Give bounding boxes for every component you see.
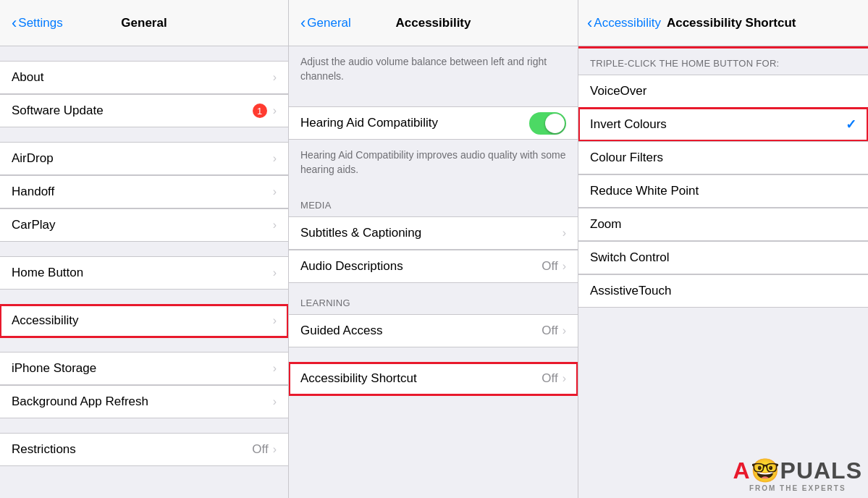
item-guided-access[interactable]: Guided Access Off › bbox=[289, 315, 578, 347]
shortcut-options-group: VoiceOver Invert Colours ✓ Colour Filter… bbox=[578, 75, 868, 308]
panel-accessibility: ‹ General Accessibility Adjust the audio… bbox=[289, 0, 578, 498]
home-button-label: Home Button bbox=[12, 257, 273, 289]
item-airdrop[interactable]: AirDrop › bbox=[0, 143, 288, 175]
accessibility-list: Adjust the audio volume balance between … bbox=[289, 46, 578, 498]
group3: Home Button › bbox=[0, 256, 288, 290]
handoff-label: Handoff bbox=[12, 176, 273, 208]
item-assistive-touch[interactable]: AssistiveTouch bbox=[578, 274, 868, 308]
software-update-label: Software Update bbox=[12, 95, 253, 127]
toggle-knob bbox=[545, 114, 565, 133]
item-reduce-white-point[interactable]: Reduce White Point bbox=[578, 174, 868, 208]
item-colour-filters[interactable]: Colour Filters bbox=[578, 141, 868, 174]
audio-description: Adjust the audio volume balance between … bbox=[289, 46, 578, 92]
accessibility-chevron: › bbox=[273, 314, 277, 327]
accessibility-label: Accessibility bbox=[12, 305, 273, 337]
guided-access-label: Guided Access bbox=[300, 315, 542, 347]
nav-title-general: General bbox=[121, 16, 167, 30]
item-about[interactable]: About › bbox=[0, 62, 288, 94]
group4: Accessibility › bbox=[0, 304, 288, 337]
nav-title-accessibility: Accessibility bbox=[396, 16, 471, 30]
handoff-chevron: › bbox=[273, 185, 277, 198]
nav-title-shortcut: Accessibility Shortcut bbox=[667, 16, 796, 30]
subtitles-label: Subtitles & Captioning bbox=[300, 217, 562, 249]
group2-container: AirDrop › Handoff › CarPlay › bbox=[0, 142, 288, 242]
about-chevron: › bbox=[273, 71, 277, 84]
panel-general: ‹ Settings General About › Software Upda… bbox=[0, 0, 289, 498]
item-software-update[interactable]: Software Update 1 › bbox=[0, 94, 288, 127]
zoom-label: Zoom bbox=[590, 208, 856, 240]
watermark: A🤓PUALS FROM THE EXPERTS bbox=[733, 457, 862, 492]
hearing-description: Hearing Aid Compatibility improves audio… bbox=[289, 140, 578, 185]
group2: AirDrop › Handoff › CarPlay › bbox=[0, 142, 288, 242]
guided-access-value: Off bbox=[542, 324, 557, 338]
restrictions-value: Off bbox=[252, 442, 268, 457]
about-label: About bbox=[12, 62, 273, 93]
item-iphone-storage[interactable]: iPhone Storage › bbox=[0, 353, 288, 385]
switch-control-label: Switch Control bbox=[590, 242, 856, 274]
reduce-white-point-label: Reduce White Point bbox=[590, 175, 856, 207]
item-background-app-refresh[interactable]: Background App Refresh › bbox=[0, 385, 288, 418]
shortcut-container: Accessibility Shortcut Off › bbox=[289, 362, 578, 395]
item-carplay[interactable]: CarPlay › bbox=[0, 208, 288, 242]
carplay-label: CarPlay bbox=[12, 209, 273, 241]
restrictions-chevron: › bbox=[273, 443, 277, 456]
group1: About › Software Update 1 › bbox=[0, 61, 288, 127]
item-voiceover[interactable]: VoiceOver bbox=[578, 75, 868, 108]
back-to-settings[interactable]: ‹ Settings bbox=[12, 14, 63, 33]
item-restrictions[interactable]: Restrictions Off › bbox=[0, 434, 288, 466]
airdrop-label: AirDrop bbox=[12, 143, 273, 174]
assistive-touch-label: AssistiveTouch bbox=[590, 275, 856, 307]
iphone-storage-label: iPhone Storage bbox=[12, 353, 273, 384]
back-label: Settings bbox=[18, 16, 62, 30]
audio-desc-chevron: › bbox=[562, 260, 566, 273]
software-update-badge: 1 bbox=[253, 104, 267, 118]
triple-click-header: TRIPLE-CLICK THE HOME BUTTON FOR: bbox=[578, 46, 868, 75]
back-chevron-icon: ‹ bbox=[12, 14, 17, 33]
colour-filters-label: Colour Filters bbox=[590, 142, 856, 174]
accessibility-shortcut-label: Accessibility Shortcut bbox=[300, 363, 542, 394]
nav-bar-shortcut: ‹ Accessibility Accessibility Shortcut bbox=[578, 0, 868, 46]
general-list: About › Software Update 1 › AirDrop › Ha… bbox=[0, 46, 288, 498]
shortcut-group: Accessibility Shortcut Off › bbox=[289, 362, 578, 395]
item-switch-control[interactable]: Switch Control bbox=[578, 241, 868, 274]
subtitles-chevron: › bbox=[562, 227, 566, 240]
section-learning-header: LEARNING bbox=[289, 283, 578, 314]
group4-container: Accessibility › bbox=[0, 304, 288, 337]
group6-container: Restrictions Off › bbox=[0, 433, 288, 466]
item-zoom[interactable]: Zoom bbox=[578, 208, 868, 241]
back-to-accessibility[interactable]: ‹ Accessibility bbox=[587, 14, 661, 33]
item-subtitles[interactable]: Subtitles & Captioning › bbox=[289, 217, 578, 250]
item-audio-descriptions[interactable]: Audio Descriptions Off › bbox=[289, 250, 578, 283]
group6: Restrictions Off › bbox=[0, 433, 288, 466]
iphone-storage-chevron: › bbox=[273, 362, 277, 375]
audio-desc-label: Audio Descriptions bbox=[300, 250, 542, 282]
back-label-right: Accessibility bbox=[594, 16, 661, 30]
hearing-aid-toggle[interactable] bbox=[529, 112, 566, 135]
back-to-general[interactable]: ‹ General bbox=[300, 14, 351, 33]
audio-desc-value: Off bbox=[542, 259, 557, 274]
watermark-face-icon: 🤓 bbox=[751, 457, 780, 484]
back-label-middle: General bbox=[307, 16, 350, 30]
item-accessibility[interactable]: Accessibility › bbox=[0, 305, 288, 337]
restrictions-label: Restrictions bbox=[12, 434, 252, 465]
hearing-aid-container: Hearing Aid Compatibility bbox=[289, 106, 578, 140]
shortcut-list: TRIPLE-CLICK THE HOME BUTTON FOR: VoiceO… bbox=[578, 46, 868, 498]
item-accessibility-shortcut[interactable]: Accessibility Shortcut Off › bbox=[289, 363, 578, 395]
invert-colours-label: Invert Colours bbox=[590, 109, 846, 140]
media-group: Subtitles & Captioning › Audio Descripti… bbox=[289, 216, 578, 283]
hearing-aid-label: Hearing Aid Compatibility bbox=[300, 107, 529, 139]
item-home-button[interactable]: Home Button › bbox=[0, 257, 288, 290]
group3-container: Home Button › bbox=[0, 256, 288, 290]
item-handoff[interactable]: Handoff › bbox=[0, 175, 288, 208]
software-update-chevron: › bbox=[273, 104, 277, 117]
voiceover-label: VoiceOver bbox=[590, 75, 856, 107]
item-hearing-aid[interactable]: Hearing Aid Compatibility bbox=[289, 107, 578, 140]
carplay-chevron: › bbox=[273, 219, 277, 232]
guided-access-chevron: › bbox=[562, 324, 566, 337]
home-button-chevron: › bbox=[273, 266, 277, 279]
group5: iPhone Storage › Background App Refresh … bbox=[0, 352, 288, 418]
background-app-refresh-chevron: › bbox=[273, 395, 277, 408]
item-invert-colours[interactable]: Invert Colours ✓ bbox=[578, 108, 868, 141]
back-chevron-right-icon: ‹ bbox=[587, 14, 592, 33]
learning-group: Guided Access Off › bbox=[289, 314, 578, 347]
